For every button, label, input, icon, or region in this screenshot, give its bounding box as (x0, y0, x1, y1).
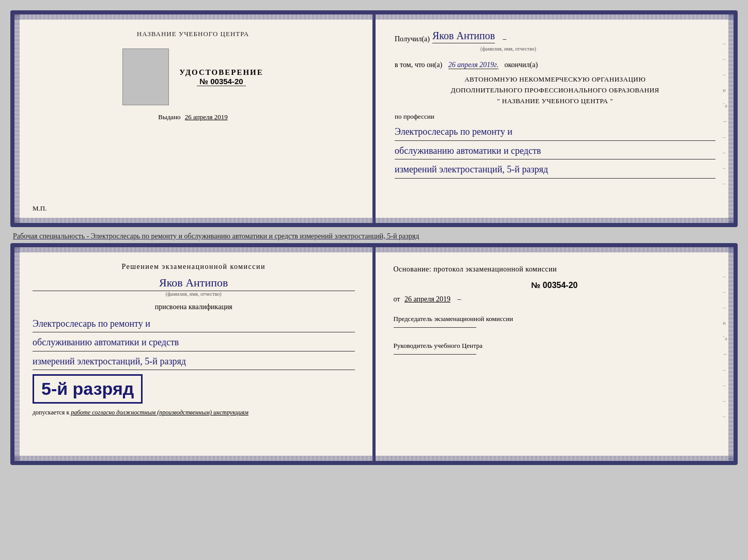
po-professii-label: по профессии (395, 113, 715, 121)
bottom-book-right-page: Основание: протокол экзаменационной коми… (373, 247, 734, 461)
ot-line: от 26 апреля 2019 – (394, 295, 716, 303)
profession-line2: обслуживанию автоматики и средств (395, 142, 715, 159)
bottom-diploma-book: Решением экзаменационной комиссии Яков А… (10, 243, 738, 465)
predsedatel-title: Председатель экзаменационной комиссии (394, 314, 716, 325)
org-line3: " НАЗВАНИЕ УЧЕБНОГО ЦЕНТРА " (395, 96, 715, 107)
bottom-profession-line1: Электрослесарь по ремонту и (33, 315, 355, 332)
org-block: АВТОНОМНУЮ НЕКОММЕРЧЕСКУЮ ОРГАНИЗАЦИЮ ДО… (395, 74, 715, 106)
vtom-prefix: в том, что он(а) (395, 61, 442, 69)
dopuskaetsya-block: допускается к работе согласно должностны… (33, 409, 355, 417)
vtom-line: в том, что он(а) 26 апреля 2019г. окончи… (395, 61, 715, 69)
middle-text: Рабочая специальность - Электрослесарь п… (10, 227, 738, 243)
recipient-name: Яков Антипов (432, 30, 495, 43)
left-center-title: НАЗВАНИЕ УЧЕБНОГО ЦЕНТРА (137, 30, 249, 38)
vydano-line: Выдано 26 апреля 2019 (158, 113, 227, 121)
photo-placeholder (122, 49, 169, 105)
ot-prefix: от (394, 295, 400, 303)
recipient-name-note: (фамилия, имя, отчество) (431, 46, 586, 52)
org-line1: АВТОНОМНУЮ НЕКОММЕРЧЕСКУЮ ОРГАНИЗАЦИЮ (395, 74, 715, 85)
org-line2: ДОПОЛНИТЕЛЬНОГО ПРОФЕССИОНАЛЬНОГО ОБРАЗО… (395, 85, 715, 96)
profession-line3: измерений электростанций, 5-й разряд (395, 161, 715, 178)
reshenie-title: Решением экзаменационной комиссии (33, 263, 355, 271)
protocol-number: № 00354-20 (394, 281, 716, 290)
udostoverenie-number: № 00354-20 (197, 77, 245, 86)
photo-row: УДОСТОВЕРЕНИЕ № 00354-20 (33, 49, 353, 105)
bottom-person-name: Яков Антипов (33, 276, 355, 291)
top-book-left-page: НАЗВАНИЕ УЧЕБНОГО ЦЕНТРА УДОСТОВЕРЕНИЕ №… (14, 14, 374, 223)
rank-box: 5-й разряд (33, 374, 143, 404)
vydano-prefix: Выдано (158, 113, 180, 121)
osnovanie-block: Основание: протокол экзаменационной коми… (394, 263, 716, 276)
dopuskaetsya-text: работе согласно должностным (производств… (71, 409, 248, 416)
vtom-date: 26 апреля 2019г. (448, 61, 498, 69)
osnovanie-prefix: Основание: протокол экзаменационной коми… (394, 265, 557, 273)
mp-label: М.П. (33, 204, 46, 213)
prisvoena-label: присвоена квалификация (33, 303, 355, 311)
rukovoditel-signature-line (394, 354, 476, 355)
ot-date: 26 апреля 2019 (404, 295, 450, 303)
udostoverenie-block: УДОСТОВЕРЕНИЕ № 00354-20 (179, 68, 263, 86)
vydano-date: 26 апреля 2019 (185, 113, 228, 121)
top-diploma-book: НАЗВАНИЕ УЧЕБНОГО ЦЕНТРА УДОСТОВЕРЕНИЕ №… (10, 10, 738, 227)
side-marks-top: – – – и ʼа ← – – – – (723, 40, 728, 186)
okonchil-text: окончил(а) (504, 61, 538, 69)
predsedatel-signature-line (394, 327, 476, 328)
bottom-book-left-page: Решением экзаменационной комиссии Яков А… (14, 247, 373, 461)
middle-text-content: Рабочая специальность - Электрослесарь п… (13, 232, 419, 240)
poluchil-prefix: Получил(а) (395, 35, 430, 43)
profession-line1: Электрослесарь по ремонту и (395, 123, 715, 140)
dopuskaetsya-prefix: допускается к (33, 409, 69, 416)
bottom-profession-line3: измерений электростанций, 5-й разряд (33, 353, 355, 370)
page-wrapper: НАЗВАНИЕ УЧЕБНОГО ЦЕНТРА УДОСТОВЕРЕНИЕ №… (10, 10, 738, 465)
udostoverenie-title: УДОСТОВЕРЕНИЕ (179, 68, 263, 77)
dash1: – (503, 35, 506, 43)
person-name-block: Яков Антипов (фамилия, имя, отчество) (33, 276, 355, 297)
predsedatel-block: Председатель экзаменационной комиссии (394, 314, 716, 328)
dash-right: – (458, 295, 461, 303)
side-marks-bottom: – – – и ʼа ← – – – – (723, 273, 728, 419)
rukovoditel-title: Руководитель учебного Центра (394, 341, 716, 351)
rukovoditel-block: Руководитель учебного Центра (394, 341, 716, 355)
poluchil-line: Получил(а) Яков Антипов – (395, 30, 715, 43)
bottom-name-note: (фамилия, имя, отчество) (33, 291, 355, 297)
bottom-profession-line2: обслуживанию автоматики и средств (33, 334, 355, 351)
rank-text: 5-й разряд (41, 379, 134, 398)
top-book-right-page: Получил(а) Яков Антипов – (фамилия, имя,… (374, 14, 734, 223)
